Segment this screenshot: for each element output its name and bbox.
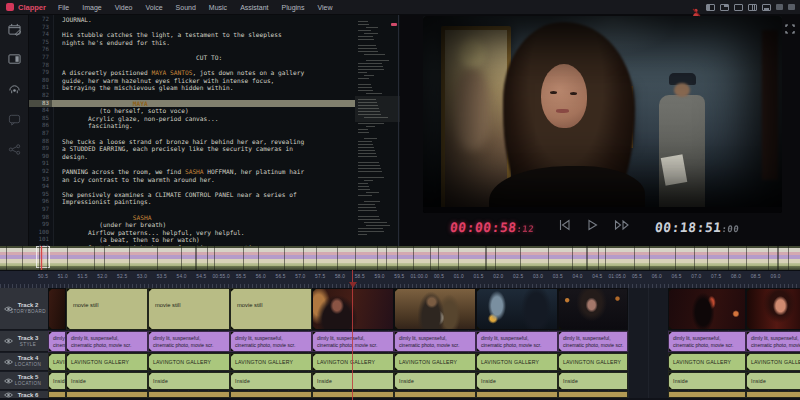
storyboard-cell[interactable] [746, 288, 800, 330]
script-line[interactable]: 96Impressionist paintings. [28, 198, 355, 206]
layout-single-icon[interactable] [734, 4, 743, 11]
editor-minimap[interactable] [355, 14, 400, 246]
script-line[interactable]: 84 (to herself, sotto voce) [28, 107, 355, 115]
menu-video[interactable]: Video [115, 4, 133, 11]
script-line[interactable]: 93an icy contrast to the warmth around h… [28, 176, 355, 184]
script-line[interactable]: 81betraying the mischievous gleam hidden… [28, 84, 355, 92]
live-status-icon[interactable] [692, 3, 701, 12]
chat-icon[interactable] [0, 104, 28, 134]
timeline-ruler[interactable]: 50.551.051.552.052.553.053.554.054.500:5… [0, 270, 800, 289]
script-line[interactable]: 77 CUT TO: [28, 54, 355, 62]
script-line[interactable]: 80guide, her warm hazelnut eyes flicker … [28, 77, 355, 85]
sublocation-cell[interactable]: Inside [476, 372, 558, 390]
storyboard-cell[interactable] [48, 288, 66, 330]
app-logo[interactable]: Clapper [6, 3, 46, 12]
skip-start-button[interactable] [558, 219, 571, 231]
fullscreen-icon[interactable] [785, 20, 795, 38]
style-cell[interactable]: dimly lit, suspenseful,cinematic photo, … [394, 331, 476, 352]
overview-playhead[interactable] [41, 246, 42, 270]
script-line[interactable]: 87 [28, 130, 355, 138]
track6-cell[interactable] [476, 391, 558, 398]
layout-split-left-icon[interactable] [706, 4, 715, 11]
script-line[interactable]: 76 [28, 46, 355, 54]
track6-cell[interactable] [66, 391, 148, 398]
track6-cell[interactable] [48, 391, 66, 398]
script-line[interactable]: 102 Just forty-eight hours of continuous… [28, 244, 355, 246]
script-line[interactable]: 82 [28, 92, 355, 100]
window-minimize-icon[interactable] [776, 4, 783, 10]
track-header-track-4[interactable]: Track 4LOCATION [0, 353, 48, 371]
location-cell[interactable]: LAVINGTON GALLERY [558, 353, 628, 371]
script-line[interactable]: 74His stubble catches the light, a testa… [28, 31, 355, 39]
script-line[interactable]: 83 MAYA [28, 100, 355, 108]
style-cell[interactable]: dimly lit, suspenseful,cinematic photo, … [48, 331, 66, 352]
track6-cell[interactable] [746, 391, 800, 398]
timeline-overview[interactable] [0, 246, 800, 270]
script-line[interactable]: 85 Acrylic glaze, non-period canvas... [28, 115, 355, 123]
menu-plugins[interactable]: Plugins [282, 4, 305, 11]
layout-panel-top-icon[interactable] [720, 4, 729, 11]
style-cell[interactable]: dimly lit, suspenseful,cinematic photo, … [476, 331, 558, 352]
script-line[interactable]: 72JOURNAL. [28, 16, 355, 24]
track-header-track-5[interactable]: Track 5LOCATION [0, 372, 48, 390]
style-cell[interactable]: dimly lit, suspenseful,cinematic photo, … [746, 331, 800, 352]
script-line[interactable]: 99 (under her breath) [28, 221, 355, 229]
style-cell[interactable]: dimly lit, suspenseful,cinematic photo, … [558, 331, 628, 352]
script-line[interactable]: 78 [28, 62, 355, 70]
location-cell[interactable]: LAVINGTON GALLERY [148, 353, 230, 371]
script-line[interactable]: 101 (a beat, then to her watch) [28, 236, 355, 244]
storyboard-cell[interactable] [476, 288, 558, 330]
track-visibility-eye-icon[interactable] [4, 306, 13, 312]
script-line[interactable]: 86 fascinating. [28, 122, 355, 130]
script-line[interactable]: 92PANNING across the room, we find SASHA… [28, 168, 355, 176]
script-line[interactable]: 90design. [28, 153, 355, 161]
script-line[interactable]: 75nights he's endured for this. [28, 39, 355, 47]
script-line[interactable]: 88She tucks a loose strand of bronze hai… [28, 138, 355, 146]
menu-view[interactable]: View [318, 4, 333, 11]
layout-grid-icon[interactable] [748, 4, 757, 11]
script-line[interactable]: 91 [28, 160, 355, 168]
track6-cell[interactable] [312, 391, 394, 398]
storyboard-cell[interactable] [394, 288, 476, 330]
fast-forward-button[interactable] [614, 219, 630, 231]
menu-assistant[interactable]: Assistant [240, 4, 268, 11]
track6-cell[interactable] [394, 391, 476, 398]
sublocation-cell[interactable]: Inside [746, 372, 800, 390]
location-cell[interactable]: LAVINGTON GALLERY [48, 353, 66, 371]
timeline-playhead[interactable] [352, 270, 353, 400]
location-cell[interactable]: LAVINGTON GALLERY [746, 353, 800, 371]
storyboard-cell[interactable] [668, 288, 746, 330]
sublocation-cell[interactable]: Inside [668, 372, 746, 390]
sublocation-cell[interactable]: Inside [394, 372, 476, 390]
style-cell[interactable]: dimly lit, suspenseful,cinematic photo, … [312, 331, 394, 352]
sublocation-cell[interactable]: Inside [66, 372, 148, 390]
track6-cell[interactable] [558, 391, 628, 398]
track-visibility-eye-icon[interactable] [4, 338, 13, 344]
location-cell[interactable]: LAVINGTON GALLERY [476, 353, 558, 371]
sublocation-cell[interactable]: Inside [230, 372, 312, 390]
script-line[interactable]: 94 [28, 183, 355, 191]
location-cell[interactable]: LAVINGTON GALLERY [312, 353, 394, 371]
menu-sound[interactable]: Sound [176, 4, 196, 11]
menu-music[interactable]: Music [209, 4, 227, 11]
location-cell[interactable]: LAVINGTON GALLERY [66, 353, 148, 371]
assistant-icon[interactable] [0, 74, 28, 104]
storyboard-cell[interactable] [312, 288, 394, 330]
screenplay-icon[interactable] [0, 14, 28, 44]
monitor-icon[interactable] [0, 44, 28, 74]
script-line[interactable]: 79A discreetly positioned MAYA SANTOS, j… [28, 69, 355, 77]
storyboard-cell[interactable]: movie still [230, 288, 312, 330]
layout-panel-bottom-icon[interactable] [762, 4, 771, 11]
storyboard-cell[interactable] [558, 288, 628, 330]
track6-cell[interactable] [230, 391, 312, 398]
sublocation-cell[interactable]: Inside [558, 372, 628, 390]
storyboard-cell[interactable]: movie still [148, 288, 230, 330]
track-visibility-eye-icon[interactable] [4, 359, 13, 365]
track6-cell[interactable] [668, 391, 746, 398]
video-preview[interactable] [423, 16, 782, 213]
storyboard-cell[interactable]: movie still [66, 288, 148, 330]
script-line[interactable]: 73 [28, 24, 355, 32]
script-line[interactable]: 89a STUDDED EARRING, each precisely like… [28, 145, 355, 153]
style-cell[interactable]: dimly lit, suspenseful,cinematic photo, … [668, 331, 746, 352]
sublocation-cell[interactable]: Inside [148, 372, 230, 390]
